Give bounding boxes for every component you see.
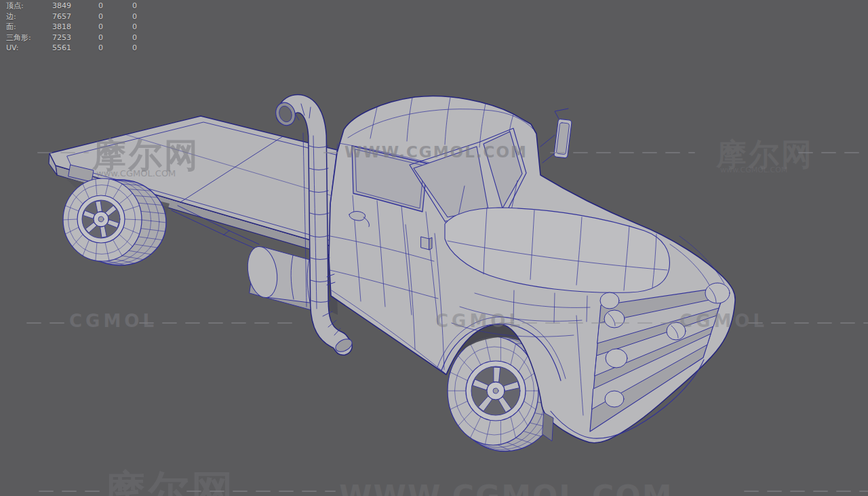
hud-value-component: 0 — [132, 33, 166, 43]
hud-value-component: 0 — [132, 1, 166, 12]
hud-label: 面: — [6, 22, 52, 33]
rear-wheel — [63, 178, 166, 265]
hud-value-component: 0 — [132, 22, 166, 33]
hud-label: UV: — [6, 43, 52, 54]
hud-row-faces: 面: 3818 0 0 — [6, 22, 166, 33]
hud-value-selected: 0 — [98, 1, 132, 12]
hud-value-selected: 0 — [98, 12, 132, 22]
poly-count-hud: 顶点: 3849 0 0 边: 7657 0 0 面: 3818 0 0 三角形… — [6, 1, 166, 54]
truck-wireframe-model — [0, 0, 868, 496]
hud-value-component: 0 — [132, 12, 166, 22]
hud-value-selected: 0 — [98, 33, 132, 43]
hud-value-total: 3849 — [52, 1, 98, 12]
hud-label: 三角形: — [6, 33, 52, 43]
hud-value-total: 3818 — [52, 22, 98, 33]
hud-row-triangles: 三角形: 7253 0 0 — [6, 33, 166, 43]
hud-row-vertices: 顶点: 3849 0 0 — [6, 1, 166, 12]
hud-value-total: 7253 — [52, 33, 98, 43]
viewport-3d[interactable]: 顶点: 3849 0 0 边: 7657 0 0 面: 3818 0 0 三角形… — [0, 0, 868, 496]
hud-label: 边: — [6, 12, 52, 22]
hud-row-edges: 边: 7657 0 0 — [6, 12, 166, 22]
door-hinge — [421, 237, 429, 250]
hud-value-total: 5561 — [52, 43, 98, 54]
hud-value-component: 0 — [132, 43, 166, 54]
hud-value-total: 7657 — [52, 12, 98, 22]
hud-value-selected: 0 — [98, 43, 132, 54]
hud-value-selected: 0 — [98, 22, 132, 33]
hud-row-uv: UV: 5561 0 0 — [6, 43, 166, 54]
hud-label: 顶点: — [6, 1, 52, 12]
